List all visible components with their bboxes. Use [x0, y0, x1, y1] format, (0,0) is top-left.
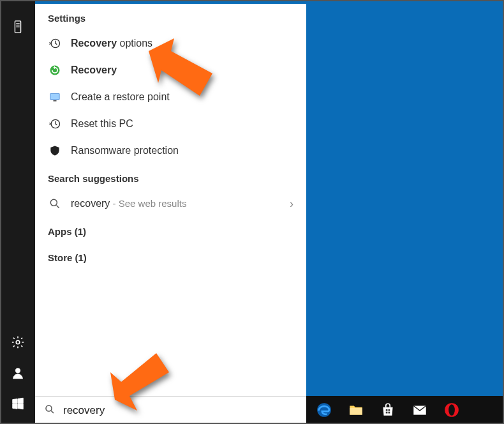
search-input[interactable] [63, 404, 297, 417]
result-label: Ransomware protection [71, 145, 179, 156]
svg-point-14 [46, 405, 52, 411]
clock-back-icon [48, 117, 62, 131]
gear-icon[interactable] [9, 333, 27, 351]
chevron-right-icon: › [290, 197, 293, 211]
result-label: Reset this PC [71, 118, 133, 130]
result-restore-point[interactable]: Create a restore point [35, 84, 306, 110]
result-label: recovery - See web results [71, 198, 186, 209]
taskbar-file-explorer-icon[interactable] [342, 396, 370, 424]
taskbar [306, 396, 504, 424]
search-results-panel: Settings Recovery options Recovery Creat… [35, 0, 306, 424]
suggestions-header: Search suggestions [35, 164, 306, 190]
shield-icon [48, 144, 62, 158]
svg-rect-20 [386, 412, 388, 414]
svg-point-12 [50, 199, 57, 206]
svg-rect-21 [389, 412, 390, 414]
result-label: Recovery [71, 64, 117, 76]
taskbar-store-icon[interactable] [374, 396, 402, 424]
svg-line-15 [51, 411, 54, 413]
result-ransomware[interactable]: Ransomware protection [35, 137, 306, 164]
web-term: recovery [71, 198, 110, 209]
web-sub: - See web results [110, 198, 186, 209]
cortana-sidebar [0, 0, 35, 424]
svg-rect-18 [386, 409, 388, 411]
taskbar-opera-icon[interactable] [438, 396, 466, 424]
svg-point-5 [15, 368, 20, 373]
recovery-green-icon [48, 63, 62, 77]
search-icon [48, 197, 62, 211]
taskbar-edge-icon[interactable] [310, 396, 338, 424]
apps-header[interactable]: Apps (1) [35, 217, 306, 243]
taskbar-mail-icon[interactable] [406, 396, 434, 424]
svg-rect-19 [389, 409, 390, 411]
windows-start-icon[interactable] [9, 395, 27, 413]
desktop-background [306, 0, 504, 396]
result-recovery-options[interactable]: Recovery options [35, 30, 306, 57]
search-icon [44, 404, 56, 418]
svg-rect-17 [350, 408, 362, 415]
settings-category-header: Settings [35, 4, 306, 30]
clock-back-icon [48, 36, 62, 50]
result-label: Create a restore point [71, 91, 170, 103]
result-reset-pc[interactable]: Reset this PC [35, 110, 306, 137]
svg-rect-10 [54, 100, 57, 102]
user-icon[interactable] [9, 364, 27, 382]
monitor-icon [48, 90, 62, 104]
svg-point-4 [16, 340, 20, 344]
result-label: Recovery options [71, 38, 152, 49]
svg-rect-9 [50, 94, 59, 99]
store-header[interactable]: Store (1) [35, 243, 306, 269]
result-recovery[interactable]: Recovery [35, 57, 306, 84]
result-web-recovery[interactable]: recovery - See web results › [35, 190, 306, 217]
search-bar[interactable] [35, 396, 306, 424]
server-icon[interactable] [9, 18, 27, 36]
svg-point-24 [448, 404, 455, 415]
svg-line-13 [57, 206, 59, 208]
